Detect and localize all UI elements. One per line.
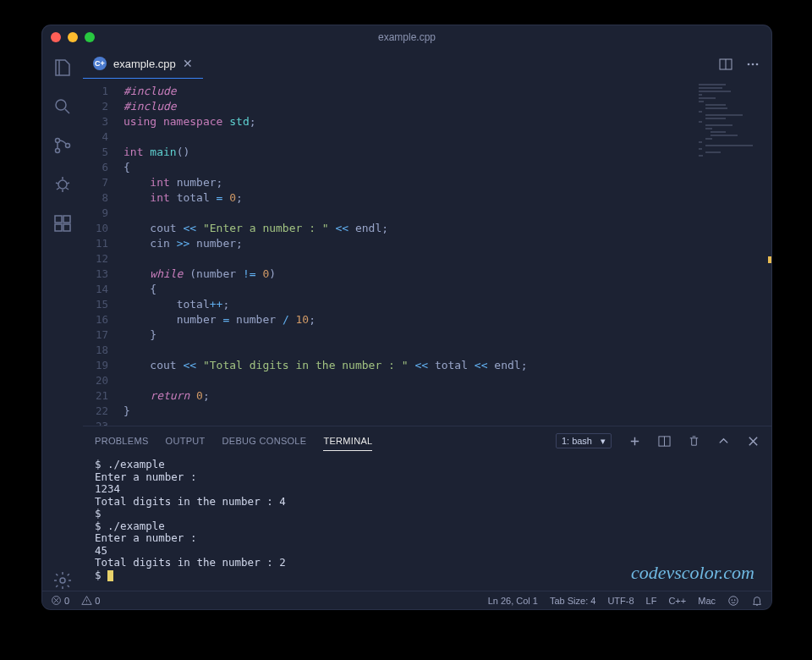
svg-rect-5 (55, 216, 62, 223)
svg-point-1 (56, 139, 60, 143)
svg-rect-6 (55, 224, 62, 231)
tab-problems[interactable]: PROBLEMS (95, 436, 149, 446)
svg-point-12 (752, 63, 754, 65)
window-title: example.cpp (42, 31, 771, 43)
svg-point-4 (58, 180, 67, 189)
activity-bar (42, 49, 83, 591)
kill-terminal-icon[interactable] (688, 435, 700, 448)
source-control-icon[interactable] (52, 135, 73, 156)
editor[interactable]: 1234567891011121314151617181920212223 #i… (83, 79, 771, 426)
tab-debug-console[interactable]: DEBUG CONSOLE (222, 436, 307, 446)
new-terminal-icon[interactable] (628, 435, 641, 448)
editor-group: C+ example.cpp ✕ 12345678910111213141516… (83, 49, 771, 591)
overview-ruler-marker (768, 256, 771, 263)
svg-point-16 (729, 596, 738, 605)
status-os[interactable]: Mac (698, 596, 716, 606)
watermark: codevscolor.com (631, 562, 754, 584)
status-errors[interactable]: 0 (51, 595, 69, 606)
split-terminal-icon[interactable] (658, 435, 671, 448)
status-eol[interactable]: LF (646, 596, 657, 606)
svg-rect-8 (63, 216, 70, 223)
svg-point-2 (56, 149, 60, 153)
search-icon[interactable] (52, 96, 73, 117)
status-cursor-position[interactable]: Ln 26, Col 1 (488, 596, 538, 606)
extensions-icon[interactable] (52, 213, 73, 234)
svg-point-3 (66, 144, 70, 148)
terminal-selector[interactable]: 1: bash ▾ (556, 433, 612, 448)
debug-icon[interactable] (52, 174, 73, 195)
close-panel-icon[interactable] (747, 435, 760, 448)
more-actions-icon[interactable] (746, 58, 760, 71)
settings-gear-icon[interactable] (52, 570, 73, 591)
code-content[interactable]: #include #include using namespace std; i… (117, 79, 771, 426)
tab-bar: C+ example.cpp ✕ (83, 49, 771, 79)
status-tab-size[interactable]: Tab Size: 4 (550, 596, 595, 606)
tab-example-cpp[interactable]: C+ example.cpp ✕ (83, 49, 203, 79)
svg-point-9 (60, 578, 65, 583)
window-body: C+ example.cpp ✕ 12345678910111213141516… (42, 49, 771, 591)
svg-rect-7 (63, 224, 70, 231)
close-tab-icon[interactable]: ✕ (183, 57, 193, 70)
cpp-file-icon: C+ (93, 57, 107, 70)
svg-point-17 (732, 599, 732, 600)
maximize-panel-icon[interactable] (717, 435, 730, 448)
minimap[interactable] (699, 84, 766, 185)
status-bar: 0 0 Ln 26, Col 1 Tab Size: 4 UTF-8 LF C+… (42, 591, 771, 609)
editor-window: example.cpp C+ example.cpp ✕ (42, 25, 771, 609)
split-editor-icon[interactable] (719, 58, 732, 71)
titlebar: example.cpp (42, 25, 771, 49)
tab-label: example.cpp (113, 58, 176, 70)
svg-point-18 (734, 599, 735, 600)
svg-point-0 (56, 100, 66, 110)
explorer-icon[interactable] (52, 58, 73, 78)
status-notifications-icon[interactable] (751, 595, 763, 607)
line-number-gutter: 1234567891011121314151617181920212223 (83, 79, 117, 426)
status-language[interactable]: C++ (668, 596, 686, 606)
status-warnings[interactable]: 0 (81, 595, 100, 606)
status-encoding[interactable]: UTF-8 (607, 596, 634, 606)
svg-point-13 (756, 63, 759, 65)
svg-point-11 (748, 63, 750, 65)
tab-terminal[interactable]: TERMINAL (323, 436, 372, 451)
tab-output[interactable]: OUTPUT (166, 436, 206, 446)
status-feedback-icon[interactable] (727, 595, 739, 607)
panel-tab-bar: PROBLEMS OUTPUT DEBUG CONSOLE TERMINAL 1… (83, 426, 771, 455)
